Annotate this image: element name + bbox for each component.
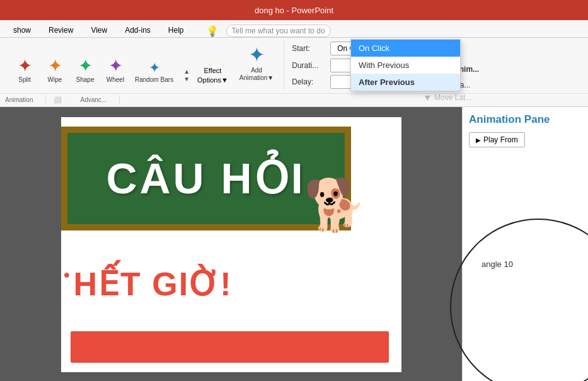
move-later-label: Move Lat... [434, 93, 471, 102]
randombars-label: Random Bars [135, 76, 173, 83]
wheel-button[interactable]: ✦ Wheel [102, 56, 129, 84]
tab-review[interactable]: Review [40, 23, 81, 37]
dot-indicator: ● [64, 268, 71, 281]
shape-button[interactable]: ✦ Shape [72, 56, 98, 84]
wipe-button[interactable]: ✦ Wipe [42, 56, 68, 84]
animation-group: ✦ Split ✦ Wipe ✦ Shape ✦ Wheel ✦ Rando [5, 40, 284, 91]
animation-section-label: Animation [5, 95, 46, 105]
split-button[interactable]: ✦ Split [11, 56, 38, 84]
add-animation-label: AddAnimation▼ [239, 67, 274, 82]
tell-me-text: Tell me what you want to do [232, 26, 325, 35]
randombars-button[interactable]: ✦ Random Bars [132, 60, 176, 84]
tab-view[interactable]: View [83, 23, 115, 37]
tab-help[interactable]: Help [160, 23, 192, 37]
wipe-label: Wipe [48, 76, 62, 83]
wheel-icon: ✦ [108, 57, 123, 75]
tab-addins[interactable]: Add-ins [117, 23, 159, 37]
het-gio-text: HẾT GIỜ! [74, 265, 233, 303]
titlebar: dong ho - PowerPoint [0, 0, 588, 20]
scroll-up-icon[interactable]: ▲ [183, 68, 190, 76]
shape-icon: ✦ [78, 57, 93, 75]
slide[interactable]: CÂU HỎI 🐕 ● HẾT GIỜ! [61, 117, 401, 372]
scroll-down-icon[interactable]: ▼ [183, 76, 190, 83]
delay-label: Delay: [292, 77, 326, 86]
tab-show[interactable]: show [5, 23, 39, 37]
dog-image: 🐕 [304, 180, 367, 230]
randombars-icon: ✦ [149, 61, 160, 75]
chalkboard-text: CÂU HỎI [106, 154, 305, 203]
angle-label: angle 10 [481, 259, 513, 269]
animation-arc [450, 219, 588, 381]
start-dropdown-menu: On Click With Previous After Previous [350, 39, 461, 91]
lightbulb-icon: 💡 [206, 25, 219, 37]
play-from-label: Play From [483, 135, 518, 144]
dropdown-option-onclick[interactable]: On Click [351, 40, 460, 57]
play-icon: ▶ [476, 137, 481, 144]
dropdown-option-afterprevious[interactable]: After Previous [351, 74, 460, 91]
wipe-icon: ✦ [48, 57, 62, 75]
animation-pane: Animation Pane ▶ Play From angle 10 [462, 107, 588, 381]
start-label: Start: [292, 44, 326, 53]
dropdown-option-withprevious[interactable]: With Previous [351, 57, 460, 74]
shape-label: Shape [76, 76, 95, 83]
add-animation-button[interactable]: ✦ AddAnimation▼ [236, 40, 277, 84]
title-prefix: A [469, 113, 476, 125]
effect-options-button[interactable]: EffectOptions▼ [197, 66, 228, 84]
slide-area[interactable]: CÂU HỎI 🐕 ● HẾT GIỜ! [0, 107, 462, 381]
add-animation-icon: ✦ [248, 43, 265, 67]
animation-expand-icon[interactable]: ⬜ [54, 96, 61, 103]
play-from-button[interactable]: ▶ Play From [469, 132, 525, 147]
wheel-label: Wheel [107, 76, 124, 83]
advance-section-label: Advanc... [80, 95, 120, 105]
scroll-arrows[interactable]: ▲ ▼ [182, 67, 191, 84]
tell-me-input[interactable]: Tell me what you want to do [226, 25, 331, 37]
titlebar-text: dong ho - PowerPoint [255, 6, 333, 15]
duration-label: Durati... [292, 61, 326, 70]
split-label: Split [18, 76, 30, 83]
move-later-button[interactable]: ▼ Move Lat... [423, 93, 479, 103]
animation-pane-title: Animation Pane [469, 113, 582, 126]
split-icon: ✦ [18, 57, 32, 75]
main-area: CÂU HỎI 🐕 ● HẾT GIỜ! Animation Pane ▶ Pl… [0, 107, 588, 381]
move-later-icon: ▼ [423, 93, 432, 103]
red-bar [71, 331, 389, 363]
effect-options-label: EffectOptions▼ [197, 66, 228, 84]
